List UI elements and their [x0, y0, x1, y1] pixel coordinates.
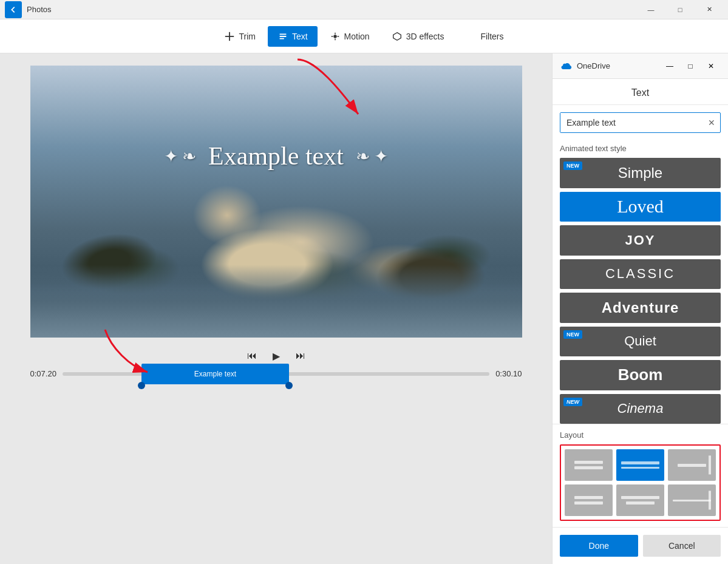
layout-option-center-left[interactable]: [565, 449, 613, 481]
layout-bar: [574, 501, 603, 505]
time-current: 0:07.20: [30, 369, 56, 378]
style-simple-label: Simple: [618, 165, 662, 182]
style-joy-label: JOY: [625, 233, 655, 248]
onedrive-icon: [560, 60, 572, 72]
svg-marker-3: [393, 32, 401, 40]
clip-handle-left[interactable]: [138, 382, 145, 389]
layout-bar: [574, 466, 603, 469]
style-classic-button[interactable]: CLASSIC: [560, 259, 721, 290]
3d-effects-button[interactable]: 3D effects: [382, 26, 454, 47]
layout-bar: [621, 496, 659, 499]
clip-label: Example text: [194, 370, 236, 378]
done-button[interactable]: Done: [560, 535, 638, 557]
overlay-text-content: Example text: [208, 141, 344, 171]
layout-option-center-right[interactable]: [668, 449, 716, 481]
layout-option-bottom-mid[interactable]: [616, 484, 664, 516]
filters-button[interactable]: Filters: [456, 26, 513, 47]
style-simple-button[interactable]: NEW Simple: [560, 158, 721, 188]
motion-button[interactable]: Motion: [320, 26, 379, 47]
animated-style-label: Animated text style: [553, 140, 728, 158]
new-badge-cinema: NEW: [563, 398, 582, 406]
timeline-area: ⏮ ▶ ⏭ 0:07.20 Example text: [12, 347, 540, 378]
video-player: ✦ ❧ Example text ❧ ✦: [30, 66, 522, 338]
text-input[interactable]: [560, 113, 703, 132]
style-adventure-label: Adventure: [602, 299, 679, 316]
style-cinema-button[interactable]: NEW Cinema: [560, 394, 721, 424]
timeline-track[interactable]: Example text: [63, 372, 489, 376]
panel-minimize-button[interactable]: —: [660, 58, 679, 75]
back-button[interactable]: [5, 1, 22, 18]
skip-back-button[interactable]: ⏮: [243, 347, 260, 364]
style-joy-button[interactable]: JOY: [560, 225, 721, 256]
titlebar: Photos — □ ✕: [0, 0, 728, 19]
layout-grid: [560, 444, 721, 521]
action-buttons: Done Cancel: [553, 527, 728, 564]
playback-controls: ⏮ ▶ ⏭: [243, 347, 309, 364]
onedrive-bar: OneDrive — □ ✕: [553, 53, 728, 79]
panel-maximize-button[interactable]: □: [681, 58, 700, 75]
style-adventure-button[interactable]: Adventure: [560, 293, 721, 323]
svg-point-2: [333, 35, 336, 38]
trim-icon: [224, 31, 235, 42]
toolbar: Trim Text Motion 3D effects Filters: [0, 19, 728, 53]
onedrive-title: OneDrive: [577, 61, 655, 70]
text-input-row: ✕: [560, 112, 721, 133]
filters-icon: [466, 31, 477, 42]
effects-icon: [392, 31, 403, 42]
layout-bar: [678, 464, 706, 467]
video-background: [30, 66, 522, 338]
style-cinema-label: Cinema: [617, 401, 664, 416]
timeline-track-area: 0:07.20 Example text: [30, 369, 522, 378]
layout-bar: [574, 496, 603, 499]
time-total: 0:30.10: [495, 369, 522, 378]
text-clip[interactable]: Example text: [141, 364, 289, 384]
deco-right: ❧ ✦: [356, 146, 388, 166]
style-loved-label: Loved: [617, 196, 664, 217]
minimize-button[interactable]: —: [637, 1, 665, 18]
maximize-button[interactable]: □: [666, 1, 694, 18]
layout-option-bottom-right[interactable]: [668, 484, 716, 516]
layout-bar: [626, 501, 655, 505]
text-button[interactable]: Text: [268, 26, 318, 47]
video-area: ✦ ❧ Example text ❧ ✦ ⏮ ▶ ⏭ 0:07.20 Examp…: [0, 53, 552, 564]
app-title: Photos: [27, 5, 51, 14]
close-button[interactable]: ✕: [695, 1, 723, 18]
play-button[interactable]: ▶: [268, 347, 285, 364]
layout-option-center-mid[interactable]: [616, 449, 664, 481]
layout-section: Layout: [553, 424, 728, 527]
svg-rect-1: [230, 32, 231, 40]
new-badge-quiet: NEW: [563, 330, 582, 339]
clear-text-button[interactable]: ✕: [703, 114, 720, 131]
layout-bar: [621, 467, 659, 469]
deco-left: ✦ ❧: [164, 146, 196, 166]
layout-bar: [621, 461, 659, 464]
text-icon: [277, 31, 288, 42]
cancel-button[interactable]: Cancel: [643, 535, 721, 557]
panel-close-button[interactable]: ✕: [701, 58, 721, 75]
clip-handle-right[interactable]: [285, 382, 293, 389]
main-layout: ✦ ❧ Example text ❧ ✦ ⏮ ▶ ⏭ 0:07.20 Examp…: [0, 53, 728, 564]
style-list: NEW Simple Loved JOY CLASSIC Adventure N…: [553, 158, 728, 424]
trim-button[interactable]: Trim: [214, 26, 265, 47]
side-panel: OneDrive — □ ✕ Text ✕ Animated text styl…: [552, 53, 728, 564]
layout-bar: [673, 500, 711, 501]
new-badge-simple: NEW: [563, 161, 582, 170]
layout-bar: [574, 461, 603, 464]
window-controls: — □ ✕: [637, 1, 723, 18]
skip-forward-button[interactable]: ⏭: [292, 347, 309, 364]
style-quiet-button[interactable]: NEW Quiet: [560, 327, 721, 357]
video-text-overlay: ✦ ❧ Example text ❧ ✦: [164, 141, 388, 171]
motion-icon: [330, 31, 341, 42]
layout-label: Layout: [560, 430, 721, 440]
onedrive-controls: — □ ✕: [660, 58, 721, 75]
style-boom-button[interactable]: Boom: [560, 360, 721, 390]
style-boom-label: Boom: [618, 365, 663, 384]
layout-option-bottom-left[interactable]: [565, 484, 613, 516]
style-classic-label: CLASSIC: [605, 266, 675, 282]
style-loved-button[interactable]: Loved: [560, 192, 721, 222]
style-quiet-label: Quiet: [624, 333, 656, 349]
panel-title: Text: [553, 79, 728, 105]
